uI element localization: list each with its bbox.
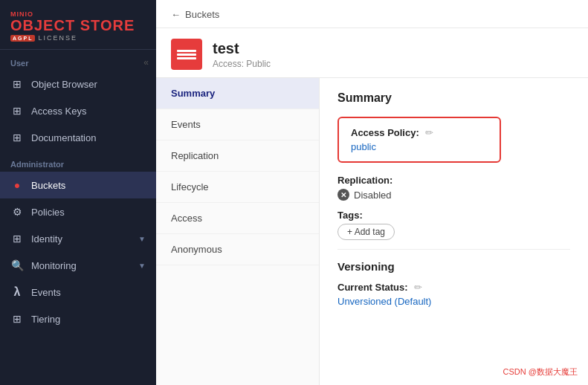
add-tag-button[interactable]: + Add tag xyxy=(337,224,395,240)
bucket-header: test Access: Public xyxy=(156,28,588,78)
left-nav-events[interactable]: Events xyxy=(156,109,319,140)
sidebar-item-identity[interactable]: ⊞ Identity ▼ xyxy=(0,225,156,252)
sidebar-item-label-events: Events xyxy=(31,287,146,298)
main-header: ← Buckets xyxy=(156,0,588,28)
left-nav-replication[interactable]: Replication xyxy=(156,140,319,172)
sidebar-item-label-access-keys: Access Keys xyxy=(31,106,146,117)
bucket-info: test Access: Public xyxy=(213,40,271,69)
main-content: ← Buckets test Access: Public Summary Ev… xyxy=(156,0,588,385)
left-nav-access[interactable]: Access xyxy=(156,203,319,234)
object-browser-icon: ⊞ xyxy=(10,77,24,91)
logo-title-suffix: STORE xyxy=(75,17,135,33)
right-panel: Summary Access Policy: ✏ public Replicat… xyxy=(320,78,588,385)
access-policy-edit-icon[interactable]: ✏ xyxy=(425,127,433,138)
add-tag-label: + Add tag xyxy=(347,227,385,237)
access-policy-label: Access Policy: xyxy=(351,127,419,138)
logo-agpl: AGPL xyxy=(10,35,35,42)
access-policy-card: Access Policy: ✏ public xyxy=(337,117,501,163)
sidebar-item-label-policies: Policies xyxy=(31,207,146,218)
access-policy-value[interactable]: public xyxy=(351,141,376,152)
sidebar-item-label-object-browser: Object Browser xyxy=(31,79,146,90)
current-status-edit-icon[interactable]: ✏ xyxy=(414,282,422,293)
policies-icon: ⚙ xyxy=(10,205,24,219)
sidebar-item-tiering[interactable]: ⊞ Tiering xyxy=(0,305,156,332)
content-area: Summary Events Replication Lifecycle Acc… xyxy=(156,78,588,385)
documentation-icon: ⊞ xyxy=(10,131,24,144)
monitoring-icon: 🔍 xyxy=(10,259,24,272)
sidebar-item-label-identity: Identity xyxy=(31,233,131,245)
current-status-value-row: Unversioned (Default) xyxy=(337,296,570,307)
left-nav-lifecycle[interactable]: Lifecycle xyxy=(156,172,319,203)
current-status-value[interactable]: Unversioned (Default) xyxy=(337,296,431,307)
back-arrow-icon: ← xyxy=(171,9,181,20)
sidebar-item-buckets[interactable]: ● Buckets xyxy=(0,172,156,198)
replication-row: Replication: ✕ Disabled xyxy=(337,175,570,201)
sidebar-item-documentation[interactable]: ⊞ Documentation xyxy=(0,124,156,151)
access-keys-icon: ⊞ xyxy=(10,104,24,117)
summary-section-title: Summary xyxy=(337,91,570,105)
sidebar-item-object-browser[interactable]: ⊞ Object Browser xyxy=(0,71,156,97)
tags-value: + Add tag xyxy=(337,224,570,240)
buckets-icon: ● xyxy=(10,178,24,192)
identity-icon: ⊞ xyxy=(10,232,24,245)
events-icon: λ xyxy=(10,285,24,299)
sidebar-item-events[interactable]: λ Events xyxy=(0,279,156,305)
sidebar-item-label-buckets: Buckets xyxy=(31,180,146,191)
access-policy-row: Access Policy: ✏ xyxy=(351,127,488,138)
left-nav: Summary Events Replication Lifecycle Acc… xyxy=(156,78,320,385)
tiering-icon: ⊞ xyxy=(10,312,24,326)
logo-area: MINIO OBJECT STORE AGPL LICENSE xyxy=(0,0,156,50)
versioning-title: Versioning xyxy=(337,249,570,273)
replication-label: Replication: xyxy=(337,175,570,186)
sidebar-item-monitoring[interactable]: 🔍 Monitoring ▼ xyxy=(0,252,156,279)
sidebar-collapse-icon[interactable]: « xyxy=(143,57,149,68)
logo-license: LICENSE xyxy=(38,34,77,42)
logo-title-prefix: OBJECT xyxy=(10,17,75,33)
back-to-buckets-link[interactable]: ← Buckets xyxy=(171,9,573,20)
bucket-access: Access: Public xyxy=(213,59,271,69)
sidebar: MINIO OBJECT STORE AGPL LICENSE « User ⊞… xyxy=(0,0,156,385)
replication-value: ✕ Disabled xyxy=(337,189,570,201)
sidebar-item-policies[interactable]: ⚙ Policies xyxy=(0,198,156,225)
bucket-icon xyxy=(171,39,202,70)
replication-disabled-icon: ✕ xyxy=(337,189,349,201)
sidebar-item-label-monitoring: Monitoring xyxy=(31,260,131,271)
section-label-user: User xyxy=(0,50,156,71)
sidebar-item-label-documentation: Documentation xyxy=(31,132,146,143)
left-nav-summary[interactable]: Summary xyxy=(156,78,319,109)
tags-row: Tags: + Add tag xyxy=(337,210,570,240)
bucket-name: test xyxy=(213,40,271,57)
identity-arrow-icon: ▼ xyxy=(138,235,146,243)
logo-sub: AGPL LICENSE xyxy=(10,34,146,42)
replication-status: Disabled xyxy=(354,190,392,201)
current-status-label: Current Status: xyxy=(337,282,408,293)
back-label: Buckets xyxy=(185,9,219,20)
sidebar-item-access-keys[interactable]: ⊞ Access Keys xyxy=(0,97,156,124)
left-nav-anonymous[interactable]: Anonymous xyxy=(156,234,319,265)
current-status-row: Current Status: ✏ xyxy=(337,282,570,293)
logo-title: OBJECT STORE xyxy=(10,18,146,33)
sidebar-item-label-tiering: Tiering xyxy=(31,314,146,325)
section-label-administrator: Administrator xyxy=(0,151,156,172)
monitoring-arrow-icon: ▼ xyxy=(138,262,146,270)
tags-label: Tags: xyxy=(337,210,570,221)
